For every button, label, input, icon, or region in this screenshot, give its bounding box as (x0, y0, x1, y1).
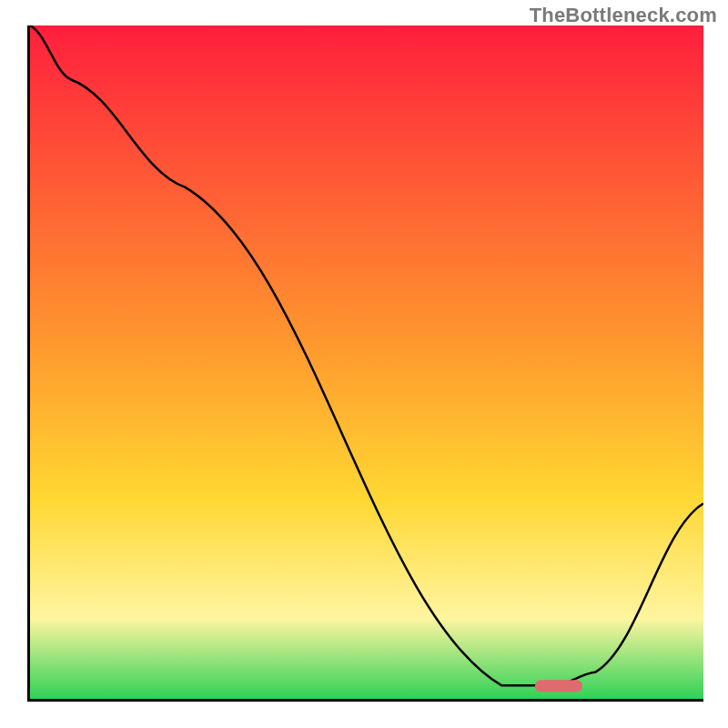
valley-curve (30, 25, 703, 699)
plot-area (27, 25, 703, 702)
watermark-text: TheBottleneck.com (530, 4, 717, 27)
optimal-marker (535, 680, 582, 692)
